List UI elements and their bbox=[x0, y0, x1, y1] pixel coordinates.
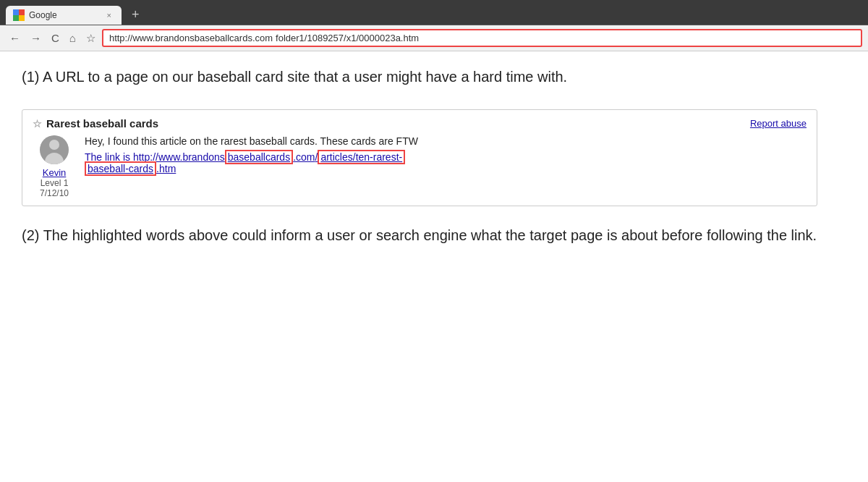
url-path-text: folder1/1089257/x1/0000023a.htm bbox=[276, 33, 419, 43]
link-middle-text: .com bbox=[293, 151, 315, 163]
svg-rect-3 bbox=[19, 15, 25, 21]
link-end-text: .htm bbox=[156, 163, 176, 174]
avatar bbox=[40, 135, 69, 164]
link-prefix-text[interactable]: The link is http://www.brandonsbaseballc… bbox=[85, 150, 405, 176]
report-abuse-link[interactable]: Report abuse bbox=[750, 118, 807, 129]
main-content: (1) A URL to a page on our baseball card… bbox=[0, 51, 839, 261]
user-date-label: 7/12/10 bbox=[40, 188, 69, 198]
result-body: Kevin Level 1 7/12/10 Hey, I found this … bbox=[33, 135, 807, 198]
result-header: ☆ Rarest baseball cards Report abuse bbox=[33, 117, 807, 130]
bookmark-button[interactable]: ☆ bbox=[82, 30, 99, 47]
user-avatar-area: Kevin Level 1 7/12/10 bbox=[33, 135, 76, 198]
svg-rect-2 bbox=[13, 15, 19, 21]
user-level-label: Level 1 bbox=[41, 178, 69, 188]
user-name-link[interactable]: Kevin bbox=[43, 167, 67, 178]
forward-button[interactable]: → bbox=[27, 30, 45, 46]
result-link-line: The link is http://www.brandonsbaseballc… bbox=[85, 151, 807, 174]
tab-bar: Google × + bbox=[6, 4, 862, 25]
result-text-area: Hey, I found this article on the rarest … bbox=[85, 135, 807, 198]
caption-1: (1) A URL to a page on our baseball card… bbox=[22, 66, 817, 88]
active-tab[interactable]: Google × bbox=[6, 6, 122, 25]
tab-close-button[interactable]: × bbox=[107, 11, 111, 20]
google-favicon-icon bbox=[13, 9, 25, 21]
url-base-text: http://www.brandonsbaseballcards.com bbox=[109, 33, 273, 43]
home-button[interactable]: ⌂ bbox=[66, 30, 80, 46]
browser-chrome: Google × + bbox=[0, 0, 868, 25]
navigation-bar: ← → C ⌂ ☆ http://www.brandonsbaseballcar… bbox=[0, 25, 868, 51]
star-icon[interactable]: ☆ bbox=[33, 118, 42, 130]
caption-2: (2) The highlighted words above could in… bbox=[22, 224, 817, 246]
baseballcards-highlight-1: baseballcards bbox=[225, 150, 293, 164]
url-bar[interactable]: http://www.brandonsbaseballcards.comfold… bbox=[102, 29, 862, 47]
back-button[interactable]: ← bbox=[6, 30, 24, 46]
avatar-silhouette bbox=[40, 135, 69, 164]
result-first-line: Hey, I found this article on the rarest … bbox=[85, 135, 807, 147]
articles-highlight-2: articles/ten-rarest- bbox=[318, 150, 405, 164]
result-title-text: Rarest baseball cards bbox=[46, 117, 158, 130]
new-tab-button[interactable]: + bbox=[122, 4, 150, 25]
result-card: ☆ Rarest baseball cards Report abuse Kev… bbox=[22, 109, 817, 206]
result-title-area: ☆ Rarest baseball cards bbox=[33, 117, 158, 130]
baseball-cards-highlight-3: baseball-cards bbox=[85, 161, 156, 176]
tab-title-label: Google bbox=[29, 10, 57, 20]
svg-rect-0 bbox=[13, 9, 19, 15]
refresh-button[interactable]: C bbox=[48, 30, 63, 46]
svg-rect-1 bbox=[19, 9, 25, 15]
